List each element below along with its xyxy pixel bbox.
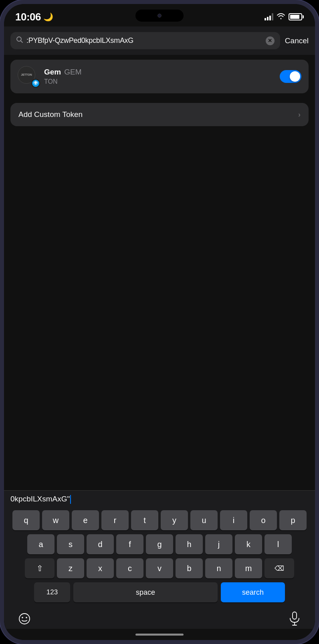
clear-search-button[interactable]: ✕ (266, 36, 275, 45)
search-bar-container: :PYBfpV-QzwPed0kpcbILXsmAxG ✕ Cancel (4, 26, 315, 55)
token-list: JETTON Gem (4, 55, 315, 101)
backspace-key[interactable]: ⌫ (264, 558, 294, 578)
svg-point-4 (22, 617, 23, 618)
key-o[interactable]: o (250, 510, 277, 530)
key-h[interactable]: h (176, 534, 203, 554)
key-f[interactable]: f (116, 534, 143, 554)
chevron-right-icon: › (298, 111, 301, 119)
keyboard: q w e r t y u i o p a s d f g h j k (4, 508, 315, 629)
emoji-button[interactable] (15, 610, 34, 628)
key-t[interactable]: t (131, 510, 158, 530)
token-item-gem[interactable]: JETTON Gem (10, 60, 309, 93)
token-symbol: GEM (64, 68, 81, 76)
key-w[interactable]: w (42, 510, 69, 530)
token-toggle[interactable] (280, 70, 301, 83)
jetton-label: JETTON (21, 73, 32, 76)
token-info: Gem GEM TON (44, 68, 274, 85)
token-name: Gem (44, 68, 61, 76)
keyboard-row-3: ⇧ z x c v b n m ⌫ (6, 558, 313, 578)
text-cursor (70, 495, 71, 504)
key-d[interactable]: d (87, 534, 114, 554)
space-key[interactable]: space (73, 582, 218, 602)
shift-key[interactable]: ⇧ (25, 558, 55, 578)
key-g[interactable]: g (146, 534, 173, 554)
key-p[interactable]: p (279, 510, 307, 530)
moon-icon: 🌙 (43, 12, 53, 22)
key-a[interactable]: a (27, 534, 55, 554)
mic-button[interactable] (285, 610, 304, 628)
toggle-knob (290, 71, 300, 82)
key-k[interactable]: k (235, 534, 262, 554)
token-avatar: JETTON (18, 66, 38, 87)
input-preview-text: 0kpcbILXsmAxG" (10, 495, 309, 504)
home-bar (135, 634, 184, 636)
search-query-text: :PYBfpV-QzwPed0kpcbILXsmAxG (26, 36, 262, 45)
ton-badge-icon (33, 80, 38, 86)
keyboard-bottom-row (6, 606, 313, 628)
search-input-wrapper[interactable]: :PYBfpV-QzwPed0kpcbILXsmAxG ✕ (10, 32, 280, 49)
token-network: TON (44, 78, 274, 85)
numbers-key[interactable]: 123 (34, 582, 70, 602)
key-x[interactable]: x (87, 558, 114, 578)
key-c[interactable]: c (116, 558, 143, 578)
svg-rect-6 (293, 612, 297, 619)
key-v[interactable]: v (146, 558, 173, 578)
add-custom-label: Add Custom Token (18, 110, 83, 119)
svg-point-5 (26, 617, 27, 618)
add-custom-container: Add Custom Token › (4, 103, 315, 126)
search-key[interactable]: search (221, 582, 285, 602)
token-name-row: Gem GEM (44, 68, 274, 76)
ton-badge (31, 79, 40, 88)
cancel-button[interactable]: Cancel (285, 36, 309, 45)
key-l[interactable]: l (264, 534, 292, 554)
svg-point-3 (19, 614, 30, 624)
wifi-icon (277, 12, 285, 22)
home-indicator (4, 629, 315, 640)
add-custom-token-button[interactable]: Add Custom Token › (10, 103, 309, 126)
search-icon (16, 36, 23, 45)
key-e[interactable]: e (72, 510, 99, 530)
keyboard-row-1: q w e r t y u i o p (6, 510, 313, 530)
key-n[interactable]: n (205, 558, 232, 578)
toggle-switch[interactable] (280, 70, 301, 83)
key-q[interactable]: q (12, 510, 40, 530)
key-s[interactable]: s (57, 534, 84, 554)
key-z[interactable]: z (57, 558, 84, 578)
key-b[interactable]: b (176, 558, 203, 578)
input-preview-bar[interactable]: 0kpcbILXsmAxG" (4, 490, 315, 508)
battery-icon (289, 13, 304, 20)
status-time: 10:06 (15, 11, 41, 23)
dynamic-island (135, 10, 184, 22)
key-u[interactable]: u (190, 510, 218, 530)
keyboard-row-4: 123 space search (6, 582, 313, 602)
signal-icon (264, 13, 273, 20)
key-y[interactable]: y (161, 510, 188, 530)
spacer-area (4, 126, 315, 490)
keyboard-row-2: a s d f g h j k l (6, 534, 313, 554)
clear-x-icon: ✕ (268, 38, 272, 43)
key-m[interactable]: m (235, 558, 262, 578)
key-r[interactable]: r (101, 510, 129, 530)
key-i[interactable]: i (220, 510, 247, 530)
key-j[interactable]: j (205, 534, 232, 554)
